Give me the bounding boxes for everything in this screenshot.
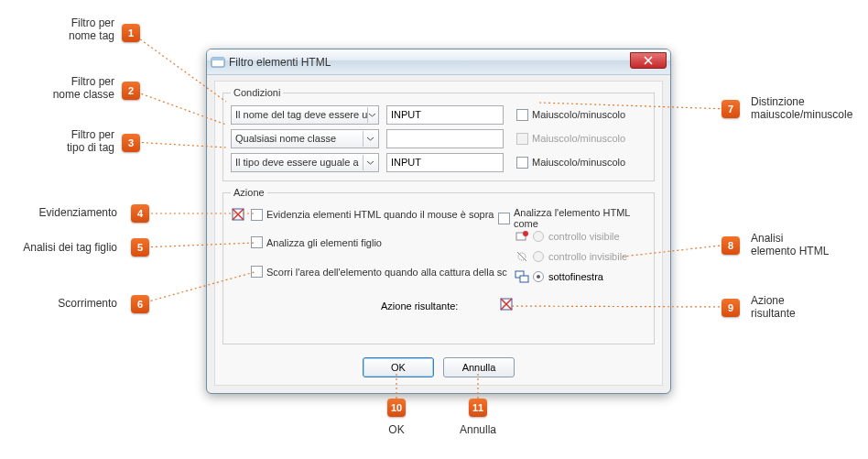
highlight-icon — [231, 207, 245, 222]
callout-html-element-analysis: Analisi elemento HTML — [751, 232, 829, 258]
callout-resulting-action: Azione risultante — [751, 294, 796, 321]
dialog-client: Condizioni Il nome del tag deve essere u… — [214, 81, 663, 386]
titlebar[interactable]: Filtro elementi HTML — [207, 49, 670, 75]
svg-rect-20 — [520, 276, 528, 282]
subwindow-radio[interactable] — [533, 271, 544, 282]
marker-6: 6 — [131, 295, 149, 313]
conditions-group: Condizioni Il nome del tag deve essere u… — [222, 87, 655, 181]
chevron-down-icon — [367, 107, 376, 123]
marker-10: 10 — [387, 399, 406, 417]
tag-type-condition-combo[interactable]: Il tipo deve essere uguale a — [231, 153, 379, 172]
visible-control-icon — [515, 229, 529, 244]
svg-point-17 — [523, 231, 528, 236]
analyze-as-checkbox[interactable]: Analizza l'elemento HTML come — [498, 207, 646, 229]
chevron-down-icon — [363, 131, 376, 147]
svg-rect-12 — [212, 58, 224, 60]
visible-control-radio — [533, 231, 544, 242]
callout-filter-tag-type: Filtro per tipo di tag — [41, 128, 114, 155]
marker-4: 4 — [131, 204, 149, 223]
subwindow-icon — [515, 269, 529, 284]
analyze-children-checkbox[interactable]: Analizza gli elementi figlio — [251, 236, 382, 248]
conditions-legend: Condizioni — [231, 87, 283, 98]
tag-name-condition-combo[interactable]: Il nome del tag deve essere u — [231, 105, 379, 125]
highlight-checkbox[interactable]: Evidenzia elementi HTML quando il mouse … — [251, 209, 494, 221]
marker-5: 5 — [131, 238, 149, 257]
invisible-control-label: controllo invisibile — [548, 251, 627, 262]
scroll-area-checkbox[interactable]: Scorri l'area dell'elemento quando alla … — [251, 266, 507, 278]
tag-type-case-checkbox[interactable]: Maiuscolo/minuscolo — [516, 157, 625, 169]
chevron-down-icon — [363, 155, 376, 170]
callout-case-sensitivity: Distinzione maiuscole/minuscole — [751, 95, 852, 122]
callout-filter-tag-name: Filtro per nome tag — [41, 16, 114, 43]
cancel-button[interactable]: Annulla — [443, 357, 515, 377]
class-name-case-checkbox: Maiuscolo/minuscolo — [516, 133, 625, 145]
dialog-window: Filtro elementi HTML Condizioni Il nome … — [206, 49, 671, 394]
class-name-condition-combo[interactable]: Qualsiasi nome classe — [231, 129, 379, 148]
marker-1: 1 — [122, 24, 140, 42]
invisible-control-icon — [515, 249, 529, 264]
visible-control-label: controllo visibile — [548, 231, 620, 242]
close-button[interactable] — [630, 52, 667, 69]
resulting-action-label: Azione risultante: — [381, 301, 458, 311]
combo-text: Il tipo deve essere uguale a — [235, 157, 359, 168]
marker-3: 3 — [122, 134, 140, 152]
callout-child-analysis: Analisi dei tag figlio — [0, 241, 117, 254]
marker-11: 11 — [469, 399, 487, 417]
combo-text: Il nome del tag deve essere u — [235, 109, 367, 120]
marker-9: 9 — [722, 299, 740, 317]
callout-filter-class-name: Filtro per nome classe — [32, 75, 114, 102]
marker-8: 8 — [722, 236, 740, 255]
callout-ok: OK — [381, 423, 412, 436]
ok-button[interactable]: OK — [363, 357, 434, 377]
dialog-title: Filtro elementi HTML — [229, 56, 331, 69]
invisible-control-radio — [533, 251, 544, 262]
callout-scrolling: Scorrimento — [37, 297, 117, 310]
callout-highlighting: Evidenziamento — [18, 206, 117, 219]
app-icon — [211, 55, 225, 70]
action-legend: Azione — [231, 187, 267, 198]
subwindow-label: sottofinestra — [548, 271, 603, 282]
resulting-action-icon — [499, 297, 514, 311]
tag-type-value-input[interactable]: INPUT — [386, 153, 504, 172]
callout-cancel: Annulla — [456, 423, 500, 436]
combo-text: Qualsiasi nome classe — [235, 133, 336, 144]
action-group: Azione Evidenzia elementi HTML quando il… — [222, 187, 655, 344]
tag-name-case-checkbox[interactable]: Maiuscolo/minuscolo — [516, 109, 625, 121]
marker-2: 2 — [122, 82, 140, 100]
marker-7: 7 — [722, 100, 740, 118]
class-name-value-input[interactable] — [386, 129, 504, 148]
tag-name-value-input[interactable]: INPUT — [386, 105, 504, 125]
